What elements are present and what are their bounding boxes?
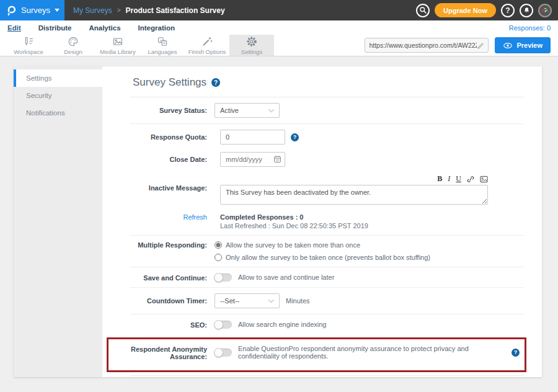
breadcrumb-parent[interactable]: My Surveys [73,6,112,15]
product-menu[interactable]: Surveys [0,0,64,20]
save-and-continue-description: Allow to save and continue later [238,274,334,281]
page-title: Survey Settings [133,76,206,89]
score-gauge-icon[interactable] [538,4,552,17]
finish-options-icon [201,35,213,48]
title-row: Survey Settings ? [130,66,523,97]
multiple-responding-option-2[interactable]: Only allow the survey to be taken once (… [215,254,523,261]
countdown-timer-value: --Set-- [220,297,239,305]
sidebar-item-notifications[interactable]: Notifications [14,104,102,122]
chevron-down-icon [268,299,275,303]
design-icon [67,35,79,48]
toolbar-item-label: Languages [148,48,177,55]
upgrade-now-button[interactable]: Upgrade Now [435,3,496,17]
responses-count[interactable]: Responses: 0 [509,24,551,32]
inactive-message-textarea[interactable]: This Survey has been deactivated by the … [220,185,488,205]
radio-label: Only allow the survey to be taken once (… [226,254,430,261]
toolbar-item-label: Workspace [14,48,43,55]
save-and-continue-label: Save and Continue: [130,273,215,282]
sidebar-item-security[interactable]: Security [14,87,102,104]
toolbar-item-media-library[interactable]: Media Library [95,35,140,56]
response-quota-input[interactable] [220,130,285,145]
insert-image-icon[interactable] [480,176,488,183]
radio-allow-multiple[interactable] [215,241,222,249]
survey-url-box[interactable]: https://www.questionpro.com/t/AW22Zf4yf [365,38,489,53]
anonymity-help-icon[interactable]: ? [512,349,520,357]
anonymity-toggle[interactable] [215,349,232,357]
completed-responses: Completed Responses : 0 [220,213,368,221]
refresh-link[interactable]: Refresh [130,213,215,221]
calendar-icon[interactable] [273,155,281,163]
help-icon[interactable]: ? [501,4,515,17]
survey-status-label: Survey Status: [130,103,215,118]
preview-button[interactable]: Preview [495,37,551,53]
breadcrumb-current: Product Satisfaction Survey [126,6,225,15]
underline-button[interactable]: U [456,174,461,184]
save-and-continue-row: Save and Continue: Allow to save and con… [130,267,523,288]
toolbar-item-label: Media Library [100,48,136,55]
tab-analytics[interactable]: Analytics [89,24,120,32]
multiple-responding-option-1[interactable]: Allow the survey to be taken more than o… [215,241,523,249]
toolbar-item-settings[interactable]: Settings [229,35,274,56]
seo-toggle[interactable] [215,321,232,329]
refresh-info: Completed Responses : 0 Last Refreshed :… [220,213,368,229]
inactive-message-label: Inactive Message: [130,174,215,192]
countdown-timer-label: Countdown Timer: [130,293,215,308]
anonymity-description: Enable QuestionPro respondent anonymity … [238,345,505,360]
toolbar-right: https://www.questionpro.com/t/AW22Zf4yf … [365,35,558,56]
toolbar-item-label: Design [64,48,82,55]
toolbar-item-finish-options[interactable]: Finish Options [185,35,229,56]
italic-button[interactable]: I [448,174,450,184]
chevron-down-icon [55,9,60,12]
sidebar-item-settings[interactable]: Settings [14,69,102,87]
settings-panel: Settings Security Notifications Survey S… [14,66,542,377]
toolbar-item-design[interactable]: Design [51,35,95,56]
toolbar-item-languages[interactable]: x A Languages [140,35,185,56]
settings-sidebar: Settings Security Notifications [14,66,102,377]
preview-label: Preview [516,42,542,49]
survey-subnav: Edit Distribute Analytics Integration Re… [0,20,558,35]
top-navbar: Surveys My Surveys > Product Satisfactio… [0,0,558,20]
richtext-toolbar: B I U [220,174,488,185]
notifications-bell-icon[interactable] [520,4,533,17]
tab-integration[interactable]: Integration [138,24,175,32]
save-and-continue-toggle[interactable] [215,274,232,282]
link-icon[interactable] [467,176,474,183]
response-quota-help-icon[interactable]: ? [291,133,299,141]
countdown-timer-row: Countdown Timer: --Set-- Minutes [130,288,523,314]
tab-edit[interactable]: Edit [7,24,21,32]
last-refreshed: Last Refreshed : Sun Dec 08 22:50:35 PST… [220,222,368,229]
seo-label: SEO: [130,320,215,329]
svg-text:x: x [160,38,162,42]
breadcrumb-separator: > [117,7,121,14]
toolbar-item-label: Finish Options [188,48,226,55]
quota-group: Response Quota: ? Close Date: Inactive M… [130,124,523,236]
workspace-icon [22,35,35,48]
settings-main: Survey Settings ? Survey Status: Active … [102,66,542,377]
response-quota-label: Response Quota: [130,133,215,141]
multiple-responding-label: Multiple Responding: [130,241,215,261]
toolbar-item-workspace[interactable]: Workspace [6,35,51,56]
survey-status-select[interactable]: Active [215,103,280,118]
media-library-icon [112,35,124,48]
search-icon[interactable] [416,4,430,17]
close-date-label: Close Date: [130,156,215,163]
survey-status-row: Survey Status: Active [130,97,523,124]
radio-label: Allow the survey to be taken more than o… [226,241,360,249]
edit-pencil-icon[interactable] [477,42,484,49]
tab-distribute[interactable]: Distribute [38,24,72,32]
bold-button[interactable]: B [437,174,442,184]
countdown-timer-suffix: Minutes [286,297,310,305]
chevron-down-icon [268,109,275,113]
survey-url: https://www.questionpro.com/t/AW22Zf4yf [369,42,477,49]
survey-settings-help-icon[interactable]: ? [211,78,220,87]
seo-description: Allow search engine indexing [238,321,326,328]
radio-allow-once[interactable] [215,254,222,261]
topbar-actions: Upgrade Now ? [416,3,558,17]
countdown-timer-select[interactable]: --Set-- [215,293,280,308]
languages-icon: x A [156,35,169,48]
questionpro-logo-icon [6,5,17,16]
anonymity-highlight-box: Respondent Anonymity Assurance: Enable Q… [107,337,526,372]
eye-icon [503,42,513,49]
save-row: Save Changes [130,375,523,377]
multiple-responding-row: Multiple Responding: Allow the survey to… [130,236,523,267]
